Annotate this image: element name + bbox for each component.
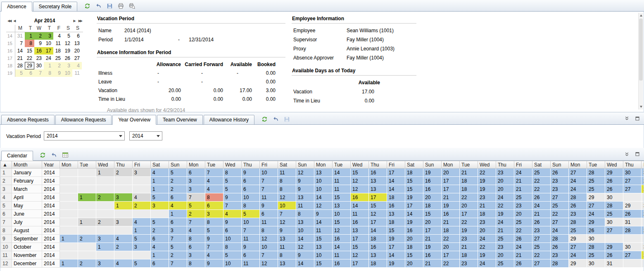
day-cell[interactable]: 11 — [333, 185, 351, 193]
day-cell[interactable]: 1 — [78, 193, 96, 202]
day-cell[interactable]: 18 — [369, 259, 387, 268]
grid-day-header[interactable]: Wed — [96, 161, 114, 169]
day-cell[interactable]: 2 — [78, 259, 96, 268]
day-cell[interactable]: 13 — [333, 202, 351, 210]
day-cell[interactable]: 18 — [405, 169, 423, 177]
year-cell[interactable]: 2014 — [42, 259, 60, 268]
day-cell[interactable]: 15 — [314, 259, 333, 268]
maximize-icon[interactable] — [634, 151, 641, 157]
vertical-scrollbar[interactable] — [638, 13, 643, 109]
mini-day-cell[interactable]: 1 — [25, 32, 34, 40]
day-cell[interactable]: 18 — [423, 202, 442, 210]
day-cell[interactable]: 22 — [478, 243, 496, 251]
day-cell[interactable]: 11 — [296, 202, 314, 210]
day-cell[interactable]: 27 — [623, 185, 642, 193]
day-cell[interactable]: 8 — [278, 251, 296, 259]
day-cell[interactable]: 20 — [423, 218, 442, 226]
day-cell[interactable]: 22 — [478, 169, 496, 177]
year-cell[interactable]: 2014 — [42, 226, 60, 235]
grid-day-header[interactable]: Tue — [78, 161, 96, 169]
day-cell[interactable]: 22 — [532, 251, 551, 259]
day-cell[interactable]: 30 — [623, 169, 642, 177]
day-cell[interactable]: 19 — [496, 210, 514, 218]
day-cell[interactable]: 27 — [587, 202, 605, 210]
day-cell[interactable]: 10 — [223, 235, 242, 243]
day-cell[interactable]: 28 — [642, 251, 644, 259]
grid-day-header[interactable]: Mon — [314, 161, 333, 169]
mini-day-cell[interactable]: 10 — [63, 69, 72, 77]
mini-day-cell[interactable]: 4 — [53, 32, 63, 40]
row-number-cell[interactable]: 12 — [1, 259, 12, 268]
day-cell[interactable]: 19 — [478, 177, 496, 185]
day-cell[interactable]: 24 — [569, 251, 587, 259]
day-cell[interactable]: 20 — [460, 202, 478, 210]
day-cell[interactable]: 23 — [551, 177, 569, 185]
day-cell[interactable]: 16 — [423, 177, 442, 185]
day-cell[interactable]: 8 — [205, 218, 223, 226]
day-cell[interactable]: 3 — [133, 243, 151, 251]
day-cell[interactable]: 10 — [260, 169, 278, 177]
day-cell[interactable]: 7 — [260, 177, 278, 185]
day-cell[interactable]: 21 — [460, 243, 478, 251]
day-cell[interactable]: 14 — [405, 210, 423, 218]
day-cell[interactable]: 5 — [169, 243, 187, 251]
day-cell[interactable]: 3 — [96, 259, 114, 268]
day-cell[interactable]: 16 — [351, 193, 369, 202]
day-cell[interactable]: 23 — [478, 193, 496, 202]
day-cell[interactable]: 7 — [187, 193, 205, 202]
day-cell[interactable]: 25 — [532, 169, 551, 177]
day-cell[interactable]: 9 — [205, 259, 223, 268]
next-month-icon[interactable]: ▶ — [72, 19, 77, 23]
day-cell[interactable]: 27 — [642, 210, 644, 218]
row-number-cell[interactable]: 1 — [1, 169, 12, 177]
row-number-cell[interactable]: 9 — [1, 235, 12, 243]
tab-calendar[interactable]: Calendar — [1, 151, 33, 161]
grid-sort-header[interactable]: ▲ — [1, 161, 12, 169]
day-cell[interactable]: 2 — [114, 243, 133, 251]
day-cell[interactable]: 2 — [133, 202, 151, 210]
day-cell[interactable]: 18 — [405, 243, 423, 251]
year-select[interactable]: 2014 — [129, 131, 162, 140]
day-cell[interactable]: 7 — [260, 251, 278, 259]
day-cell[interactable]: 24 — [569, 177, 587, 185]
day-cell[interactable]: 21 — [514, 177, 532, 185]
mini-day-cell[interactable]: 6 — [72, 32, 82, 40]
grid-day-header[interactable]: Sat — [405, 161, 423, 169]
day-cell[interactable]: 16 — [405, 226, 423, 235]
day-cell[interactable]: 27 — [532, 259, 551, 268]
day-cell[interactable]: 5 — [151, 218, 169, 226]
day-cell[interactable]: 15 — [405, 185, 423, 193]
day-cell[interactable]: 10 — [333, 210, 351, 218]
day-cell[interactable]: 25 — [551, 202, 569, 210]
day-cell[interactable]: 5 — [223, 251, 242, 259]
day-cell[interactable]: 26 — [587, 226, 605, 235]
tab-year-overview[interactable]: Year Overview — [112, 115, 156, 125]
day-cell[interactable]: 11 — [278, 243, 296, 251]
day-cell[interactable]: 29 — [569, 235, 587, 243]
tab-absence-requests[interactable]: Absence Requests — [1, 115, 55, 125]
tab-absence[interactable]: Absence — [1, 2, 32, 12]
year-cell[interactable]: 2014 — [42, 169, 60, 177]
day-cell[interactable]: 26 — [514, 235, 532, 243]
grid-day-header[interactable]: Fri — [387, 161, 405, 169]
year-cell[interactable]: 2014 — [42, 243, 60, 251]
day-cell[interactable]: 28 — [642, 177, 644, 185]
day-cell[interactable]: 3 — [114, 193, 133, 202]
month-cell[interactable]: August — [12, 226, 42, 235]
day-cell[interactable]: 2 — [187, 210, 205, 218]
day-cell[interactable]: 13 — [387, 210, 405, 218]
day-cell[interactable]: 19 — [423, 243, 442, 251]
day-cell[interactable]: 14 — [387, 185, 405, 193]
day-cell[interactable]: 29 — [569, 259, 587, 268]
day-cell[interactable]: 10 — [278, 202, 296, 210]
mini-day-cell[interactable]: 19 — [63, 47, 72, 55]
day-cell[interactable]: 23 — [514, 202, 532, 210]
day-cell[interactable]: 23 — [551, 251, 569, 259]
day-cell[interactable]: 21 — [442, 218, 460, 226]
year-cell[interactable]: 2014 — [42, 218, 60, 226]
grid-day-header[interactable]: Wed — [605, 161, 623, 169]
day-cell[interactable]: 11 — [242, 235, 260, 243]
day-cell[interactable]: 28 — [569, 193, 587, 202]
day-cell[interactable]: 4 — [114, 235, 133, 243]
mini-day-cell[interactable]: 3 — [44, 32, 53, 40]
